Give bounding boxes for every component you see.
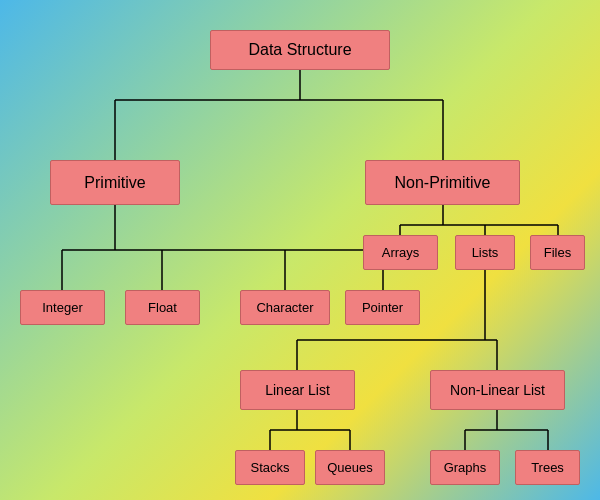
node-non-primitive: Non-Primitive <box>365 160 520 205</box>
node-non-linear-list: Non-Linear List <box>430 370 565 410</box>
node-graphs: Graphs <box>430 450 500 485</box>
node-files: Files <box>530 235 585 270</box>
node-arrays: Arrays <box>363 235 438 270</box>
diagram: Data Structure Primitive Non-Primitive I… <box>0 0 600 500</box>
node-queues: Queues <box>315 450 385 485</box>
node-stacks: Stacks <box>235 450 305 485</box>
node-data-structure: Data Structure <box>210 30 390 70</box>
node-lists: Lists <box>455 235 515 270</box>
node-linear-list: Linear List <box>240 370 355 410</box>
node-primitive: Primitive <box>50 160 180 205</box>
node-character: Character <box>240 290 330 325</box>
node-trees: Trees <box>515 450 580 485</box>
node-float: Float <box>125 290 200 325</box>
node-pointer: Pointer <box>345 290 420 325</box>
node-integer: Integer <box>20 290 105 325</box>
